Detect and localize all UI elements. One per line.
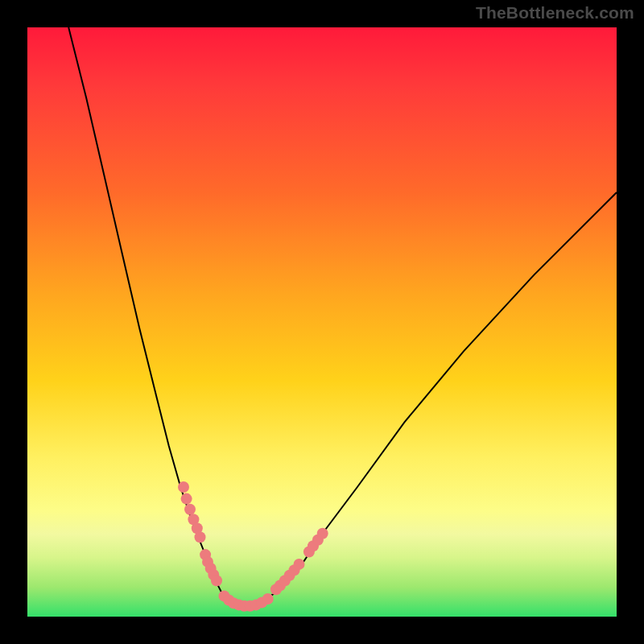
marker-dot (195, 531, 206, 543)
marker-dot (181, 493, 192, 505)
curve-path (68, 27, 617, 605)
marker-dot (178, 481, 189, 493)
chart-frame: TheBottleneck.com (0, 0, 644, 644)
bottleneck-curve (27, 27, 617, 617)
marker-group (178, 481, 328, 612)
plot-area (27, 27, 617, 617)
watermark-text: TheBottleneck.com (476, 3, 634, 23)
marker-dot (211, 575, 222, 586)
marker-dot (294, 559, 305, 570)
marker-dot (184, 504, 196, 515)
marker-dot (317, 528, 328, 539)
marker-dot (262, 593, 274, 605)
